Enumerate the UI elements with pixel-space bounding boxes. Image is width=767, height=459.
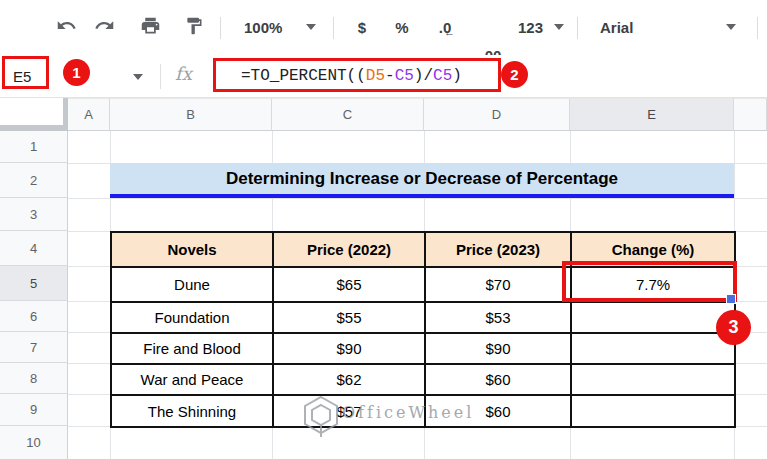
undo-icon: [56, 15, 77, 39]
formula-token-ref-d5: D5: [366, 67, 385, 85]
fill-handle[interactable]: [726, 294, 736, 304]
cell-e8[interactable]: [571, 364, 735, 395]
cell-d5[interactable]: $70: [425, 267, 571, 302]
zoom-select[interactable]: 100%: [238, 13, 322, 41]
cell-c8[interactable]: $62: [273, 364, 425, 395]
format-currency-button[interactable]: $: [348, 13, 376, 41]
table-header-row: Novels Price (2022) Price (2023) Change …: [111, 232, 735, 267]
row-header-1[interactable]: 1: [0, 131, 68, 163]
formula-token-ref-c5: C5: [395, 67, 414, 85]
table-row: War and Peace $62 $60: [111, 364, 735, 395]
format-percent-button[interactable]: %: [388, 13, 416, 41]
spreadsheet-app: 100% $ % .0 ← .00 → 123 Arial: [0, 0, 767, 459]
formula-token: =TO_PERCENT((: [241, 67, 366, 85]
cell-d7[interactable]: $90: [425, 333, 571, 364]
toolbar-divider: [757, 17, 758, 39]
column-header-e[interactable]: E: [570, 98, 734, 131]
font-name-label: Arial: [600, 19, 633, 36]
toolbar-divider: [333, 17, 334, 39]
toolbar-divider: [220, 17, 221, 39]
print-icon: [140, 15, 161, 39]
cell-b8[interactable]: War and Peace: [111, 364, 273, 395]
column-header-a[interactable]: A: [68, 98, 110, 131]
table-row: Dune $65 $70 7.7%: [111, 267, 735, 302]
header-cell-change[interactable]: Change (%): [571, 232, 735, 267]
sheet-title-cell[interactable]: Determining Increase or Decrease of Perc…: [110, 163, 734, 198]
zoom-level-label: 100%: [244, 19, 282, 36]
sheet-grid: 1 2 3 4 5 6 7 8 9 10 Determining Increas…: [0, 131, 767, 459]
percent-label: %: [395, 19, 408, 36]
cell-c5[interactable]: $65: [273, 267, 425, 302]
formula-bar-divider: [160, 64, 161, 89]
chevron-down-icon: [726, 24, 736, 30]
cell-c9[interactable]: $57: [273, 395, 425, 427]
column-header-d[interactable]: D: [424, 98, 570, 131]
header-cell-price-2023[interactable]: Price (2023): [425, 232, 571, 267]
column-header-b[interactable]: B: [110, 98, 272, 131]
cell-e5-selected[interactable]: 7.7%: [571, 267, 735, 302]
row-header-9[interactable]: 9: [0, 394, 68, 426]
cell-e9[interactable]: [571, 395, 735, 427]
redo-button[interactable]: [90, 13, 118, 41]
toolbar: 100% $ % .0 ← .00 → 123 Arial: [0, 0, 767, 55]
cell-b9[interactable]: The Shinning: [111, 395, 273, 427]
row-header-5[interactable]: 5: [0, 266, 68, 301]
formula-token: )/: [414, 67, 433, 85]
paint-format-icon: [184, 16, 204, 39]
cell-b5[interactable]: Dune: [111, 267, 273, 302]
redo-icon: [94, 15, 115, 39]
font-select[interactable]: Arial: [590, 12, 746, 42]
formula-bar: E5 1 fx =TO_PERCENT((D5-C5)/C5) 2: [0, 55, 767, 98]
chevron-down-icon: [306, 24, 316, 30]
column-header-f-partial[interactable]: [734, 98, 767, 131]
table-row: Fire and Blood $90 $90: [111, 333, 735, 364]
header-cell-novels[interactable]: Novels: [111, 232, 273, 267]
cell-d8[interactable]: $60: [425, 364, 571, 395]
formula-token: -: [385, 67, 395, 85]
decrease-decimal-button[interactable]: .0 ←: [430, 13, 460, 41]
cell-b6[interactable]: Foundation: [111, 302, 273, 333]
currency-label: $: [358, 19, 366, 36]
row-header-7[interactable]: 7: [0, 332, 68, 363]
fx-icon: fx: [175, 63, 192, 84]
row-header-2[interactable]: 2: [0, 163, 68, 198]
gridline: [68, 198, 767, 199]
header-cell-price-2022[interactable]: Price (2022): [273, 232, 425, 267]
cell-c6[interactable]: $55: [273, 302, 425, 333]
cell-e7[interactable]: [571, 333, 735, 364]
row-header-4[interactable]: 4: [0, 231, 68, 266]
formula-input[interactable]: =TO_PERCENT((D5-C5)/C5): [241, 55, 462, 97]
sheet-title-text: Determining Increase or Decrease of Perc…: [226, 169, 618, 189]
arrow-left-icon: ←: [444, 26, 455, 38]
more-formats-button[interactable]: 123: [514, 13, 568, 41]
name-box-value: E5: [0, 68, 31, 85]
row-header-10[interactable]: 10: [0, 426, 68, 459]
undo-button[interactable]: [52, 13, 80, 41]
toolbar-divider: [577, 17, 578, 39]
novels-price-table: Novels Price (2022) Price (2023) Change …: [110, 231, 736, 428]
row-header-3[interactable]: 3: [0, 198, 68, 231]
cell-b7[interactable]: Fire and Blood: [111, 333, 273, 364]
row-header-6[interactable]: 6: [0, 301, 68, 332]
cell-e6[interactable]: [571, 302, 735, 333]
cell-d6[interactable]: $53: [425, 302, 571, 333]
table-row: The Shinning $57 $60: [111, 395, 735, 427]
formula-token-ref-c5: C5: [433, 67, 452, 85]
more-formats-label: 123: [518, 19, 543, 36]
column-header-c[interactable]: C: [272, 98, 424, 131]
annotation-step-3: 3: [716, 310, 751, 345]
chevron-down-icon: [554, 24, 564, 30]
cell-c7[interactable]: $90: [273, 333, 425, 364]
print-button[interactable]: [136, 13, 164, 41]
cell-d9[interactable]: $60: [425, 395, 571, 427]
row-header-8[interactable]: 8: [0, 363, 68, 394]
paint-format-button[interactable]: [180, 13, 208, 41]
column-headers: A B C D E: [0, 98, 767, 131]
annotation-step-2: 2: [501, 61, 528, 88]
select-all-corner[interactable]: [0, 98, 68, 131]
chevron-down-icon[interactable]: [133, 74, 143, 80]
formula-token: ): [452, 67, 462, 85]
table-row: Foundation $55 $53: [111, 302, 735, 333]
annotation-step-1: 1: [63, 59, 90, 86]
